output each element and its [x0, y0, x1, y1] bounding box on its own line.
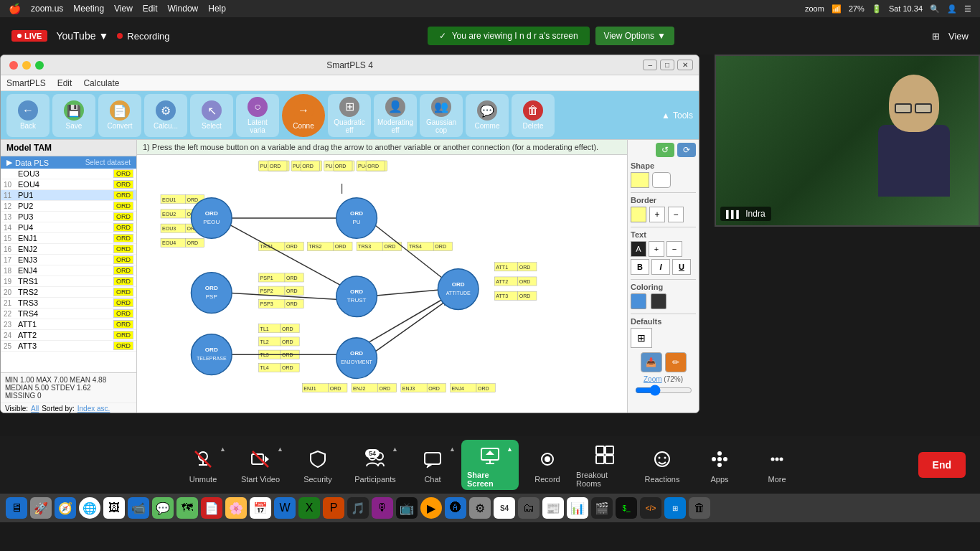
toolbar-latent-button[interactable]: ○ Latent varia [236, 94, 279, 137]
toolbar-convert-button[interactable]: 📄 Convert [98, 94, 141, 137]
dock-film[interactable]: 🎬 [591, 497, 613, 519]
data-row-pu3[interactable]: 13 PU3 ORD [1, 212, 136, 222]
record-button[interactable]: Record [519, 440, 576, 490]
dock-safari[interactable]: 🧭 [55, 497, 76, 519]
end-meeting-button[interactable]: End [918, 452, 966, 478]
data-row-trs3[interactable]: 21 TRS3 ORD [1, 298, 136, 309]
data-label[interactable]: Data PLS [15, 159, 49, 167]
dock-settings[interactable]: ⚙ [469, 497, 491, 519]
dock-maps[interactable]: 🗺 [176, 497, 198, 519]
view-label[interactable]: View [948, 31, 969, 42]
dock-messages[interactable]: 💬 [152, 497, 174, 519]
diagram-canvas[interactable]: PU1 ORD PU2 ORD PU3 ORD PU4 [137, 155, 627, 409]
window-minimize-button[interactable] [22, 61, 31, 70]
stroke-color-swatch[interactable] [651, 293, 666, 309]
rect-shape-button[interactable] [631, 172, 649, 188]
toolbar-comment-button[interactable]: 💬 Comme [466, 94, 509, 137]
data-row-enj3[interactable]: 17 ENJ3 ORD [1, 255, 136, 265]
dock-appstore[interactable]: 🅐 [445, 497, 466, 519]
user-icon[interactable]: 👤 [947, 4, 957, 14]
chat-button[interactable]: ▲ Chat [404, 440, 461, 490]
text-color-button[interactable]: A [631, 241, 646, 257]
toolbar-moderating-button[interactable]: 👤 Moderating eff [374, 94, 417, 137]
security-button[interactable]: Security [289, 440, 347, 490]
border-remove-button[interactable]: − [668, 207, 684, 222]
search-icon[interactable]: 🔍 [930, 4, 940, 14]
data-row-pu2[interactable]: 12 PU2 ORD [1, 201, 136, 212]
apple-icon[interactable]: 🍎 [9, 3, 21, 14]
menu-calculate[interactable]: Calculate [83, 78, 119, 88]
toolbar-connect-button[interactable]: → Conne [282, 94, 325, 137]
unmute-caret-icon[interactable]: ▲ [220, 446, 226, 453]
start-video-button[interactable]: ▲ Start Video [232, 440, 289, 490]
youtube-label[interactable]: YouTube ▼ [56, 30, 108, 42]
data-row-att3[interactable]: 25 ATT3 ORD [1, 341, 136, 352]
dock-photos2[interactable]: 🌸 [225, 497, 247, 519]
chat-caret-icon[interactable]: ▲ [449, 446, 456, 453]
toolbar-quadratic-button[interactable]: ⊞ Quadratic eff [328, 94, 371, 137]
data-row-pu4[interactable]: 14 PU4 ORD [1, 222, 136, 233]
defaults-button[interactable]: ⊞ [631, 328, 652, 348]
toolbar-gaussian-button[interactable]: 👥 Gaussian cop [420, 94, 463, 137]
dock-calendar[interactable]: 📅 [250, 497, 271, 519]
data-row-att1[interactable]: 23 ATT1 ORD [1, 319, 136, 330]
toolbar-calculate-button[interactable]: ⚙ Calcu... [144, 94, 187, 137]
participants-caret-icon[interactable]: ▲ [392, 446, 398, 453]
share-caret-icon[interactable]: ▲ [507, 446, 513, 453]
share-screen-button[interactable]: ▲ Share Screen [461, 440, 519, 490]
data-row-eou3[interactable]: EOU3 ORD [1, 169, 136, 179]
menu-smartpls[interactable]: SmartPLS [6, 78, 46, 88]
data-row-eou4[interactable]: 10 EOU4 ORD [1, 179, 136, 190]
menu-icon[interactable]: ☰ [964, 4, 971, 14]
fill-color-swatch[interactable] [631, 293, 646, 309]
dock-vlc[interactable]: ▶ [420, 497, 442, 519]
toolbar-back-button[interactable]: ← Back [6, 94, 50, 137]
window-close-button[interactable] [9, 61, 18, 70]
dock-finder2[interactable]: 🗂 [518, 497, 540, 519]
apps-button[interactable]: Apps [691, 440, 748, 490]
view-options-button[interactable]: View Options ▼ [595, 27, 674, 45]
menu-help[interactable]: Help [208, 4, 226, 14]
close-btn[interactable]: ✕ [677, 60, 693, 70]
maximize-btn[interactable]: □ [660, 60, 674, 70]
dock-appletv[interactable]: 📺 [396, 497, 418, 519]
toolbar-delete-button[interactable]: 🗑 Delete [512, 94, 555, 137]
window-maximize-button[interactable] [35, 61, 44, 70]
rounded-shape-button[interactable] [652, 172, 671, 188]
sync-button[interactable]: ⟳ [677, 143, 696, 157]
minimize-btn[interactable]: – [643, 60, 657, 70]
data-row-att2[interactable]: 24 ATT2 ORD [1, 330, 136, 341]
dock-terminal[interactable]: $_ [616, 497, 637, 519]
italic-button[interactable]: I [651, 259, 670, 275]
menu-window[interactable]: Window [168, 4, 199, 14]
dock-zoom-app[interactable]: 📹 [128, 497, 149, 519]
text-add-button[interactable]: + [649, 241, 664, 257]
underline-button[interactable]: U [672, 259, 691, 275]
reactions-button[interactable]: Reactions [633, 440, 691, 490]
unmute-button[interactable]: ▲ Unmute [174, 440, 232, 490]
participants-button[interactable]: ▲ 54 Participants [347, 440, 404, 490]
data-row-enj1[interactable]: 15 ENJ1 ORD [1, 233, 136, 244]
dock-trash-empty[interactable]: 🗑 [689, 497, 710, 519]
video-caret-icon[interactable]: ▲ [277, 446, 283, 453]
dock-podcast[interactable]: 🎙 [372, 497, 393, 519]
index-asc-link[interactable]: Index asc. [77, 405, 110, 413]
br-button-2[interactable]: ✏ [665, 352, 687, 372]
data-row-trs1[interactable]: 19 TRS1 ORD [1, 276, 136, 287]
refresh-button[interactable]: ↺ [656, 143, 674, 157]
dock-powerpoint[interactable]: P [323, 497, 344, 519]
border-add-button[interactable]: + [649, 207, 665, 222]
dock-excel[interactable]: X [298, 497, 320, 519]
data-row-trs2[interactable]: 20 TRS2 ORD [1, 287, 136, 298]
dock-launchpad[interactable]: 🚀 [30, 497, 52, 519]
dock-chrome[interactable]: 🌐 [79, 497, 100, 519]
br-button-1[interactable]: 📥 [641, 352, 662, 372]
toolbar-save-button[interactable]: 💾 Save [52, 94, 95, 137]
dock-news[interactable]: 📰 [542, 497, 564, 519]
more-button[interactable]: More [748, 440, 806, 490]
data-row-enj4[interactable]: 18 ENJ4 ORD [1, 265, 136, 276]
dock-garageband[interactable]: 🎵 [347, 497, 369, 519]
toolbar-select-button[interactable]: ↖ Select [190, 94, 233, 137]
data-row-trs4[interactable]: 22 TRS4 ORD [1, 309, 136, 319]
dock-photos[interactable]: 🖼 [103, 497, 125, 519]
